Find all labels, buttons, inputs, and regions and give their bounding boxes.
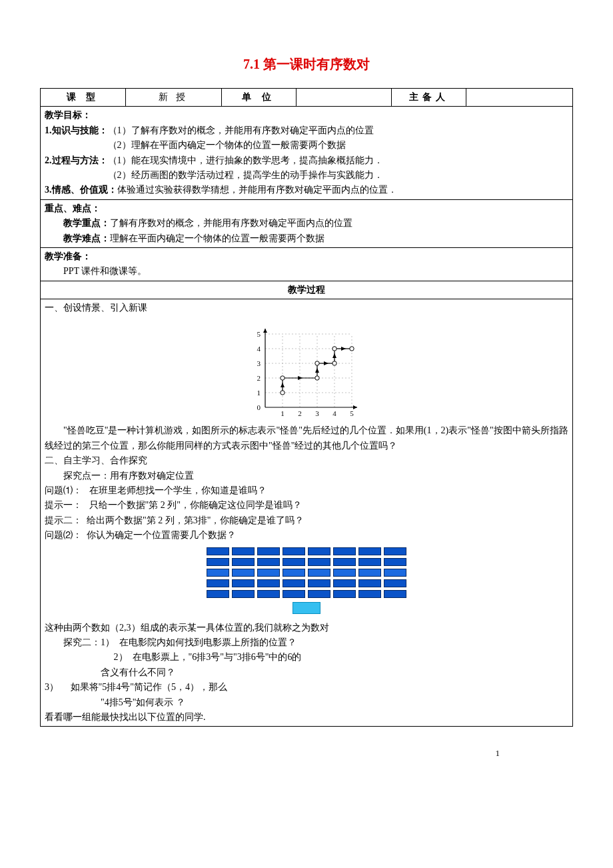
svg-text:4: 4 [257, 345, 261, 353]
svg-text:1: 1 [257, 389, 261, 397]
label-lesson-type: 课 型 [41, 89, 126, 107]
label-unit: 单 位 [221, 89, 296, 107]
seat-row [200, 547, 413, 555]
t2-2-text: 在电影票上，"6排3号"与"3排6号"中的6的 [133, 652, 302, 662]
svg-marker-36 [341, 347, 346, 351]
hint2-text: 给出两个数据"第 2 列，第3排"，你能确定是谁了吗？ [87, 515, 304, 525]
svg-point-37 [281, 391, 285, 395]
svg-text:2: 2 [257, 374, 261, 382]
seat [232, 558, 255, 566]
process-heading: 教学过程 [41, 281, 573, 299]
section-2-title: 二、自主学习、合作探究 [45, 453, 568, 468]
svg-point-39 [315, 376, 319, 380]
svg-point-38 [281, 376, 285, 380]
seat [333, 579, 356, 587]
svg-marker-32 [324, 361, 328, 365]
seat-row [200, 579, 413, 587]
seat [358, 579, 381, 587]
knowledge-label: 1.知识与技能： [45, 125, 108, 135]
seat [384, 547, 406, 555]
process-body: 一、创设情景、引入新课 12345012345 "怪兽吃豆"是一种计算机游戏，如… [41, 299, 573, 727]
prep-heading: 教学准备： [45, 251, 91, 261]
topic-1: 探究点一：用有序数对确定位置 [45, 469, 568, 483]
svg-marker-26 [281, 383, 285, 387]
t2-3-label: 3） [45, 682, 59, 692]
svg-text:5: 5 [257, 330, 261, 338]
seat [283, 547, 305, 555]
seat [384, 590, 406, 598]
seat [257, 569, 280, 577]
t2-1-label: 1） [101, 637, 115, 647]
seat [257, 558, 280, 566]
svg-point-42 [332, 347, 336, 351]
podium [293, 602, 320, 614]
seat [257, 579, 280, 587]
path-chart: 12345012345 [247, 321, 366, 421]
keypoint-text: 了解有序数对的概念，并能用有序数对确定平面内点的位置 [110, 218, 352, 228]
meta-row: 课 型 新 授 单 位 主备人 [41, 89, 573, 107]
seat-row [200, 558, 413, 566]
seat [308, 547, 330, 555]
t2-2b-text: 含义有什么不同？ [101, 667, 175, 677]
svg-marker-34 [332, 353, 336, 358]
seat [384, 579, 406, 587]
seat [207, 590, 229, 598]
seat [358, 558, 381, 566]
svg-text:5: 5 [350, 409, 354, 417]
svg-text:3: 3 [257, 359, 261, 367]
page-title: 7.1 第一课时有序数对 [40, 53, 573, 75]
conclusion-text: 这种由两个数如（2,3）组成的表示某一具体位置的,我们就称之为数对 [45, 621, 568, 635]
values-label: 3.情感、价值观： [45, 185, 117, 195]
svg-marker-30 [315, 368, 319, 373]
q2-text: 你认为确定一个位置需要几个数据？ [87, 530, 236, 540]
hint1-text: 只给一个数据"第 2 列"，你能确定这位同学是谁吗？ [89, 500, 302, 510]
svg-text:1: 1 [281, 409, 285, 417]
process-label: 2.过程与方法： [45, 155, 108, 165]
svg-text:0: 0 [257, 403, 261, 411]
seat [207, 569, 229, 577]
t2-3-text: 如果将"5排4号"简记作（5，4），那么 [71, 682, 227, 692]
svg-marker-13 [263, 329, 267, 333]
seat [283, 569, 305, 577]
t2-2-label: 2） [114, 652, 128, 662]
value-preparer [466, 89, 573, 107]
seat [358, 547, 381, 555]
seat [308, 569, 330, 577]
seat [257, 590, 280, 598]
svg-text:4: 4 [332, 409, 336, 417]
objectives-cell: 教学目标： 1.知识与技能：（1）了解有序数对的概念，并能用有序数对确定平面内点… [41, 107, 573, 199]
lesson-plan-table: 课 型 新 授 单 位 主备人 教学目标： 1.知识与技能：（1）了解有序数对的… [40, 88, 573, 727]
svg-text:3: 3 [315, 409, 319, 417]
seat [232, 579, 255, 587]
svg-point-40 [315, 361, 319, 365]
seat [283, 590, 305, 598]
q1-text: 在班里老师想找一个学生，你知道是谁吗？ [89, 485, 267, 495]
keypoints-heading: 重点、难点： [45, 203, 101, 213]
seat [358, 590, 381, 598]
seat [207, 547, 229, 555]
seat [283, 558, 305, 566]
seat [232, 590, 255, 598]
seat [308, 558, 330, 566]
page-number: 1 [40, 727, 573, 761]
seat [308, 579, 330, 587]
seat [358, 569, 381, 577]
difficulty-text: 理解在平面内确定一个物体的位置一般需要两个数据 [110, 233, 324, 243]
seat [333, 569, 356, 577]
hint1-label: 提示一： [45, 500, 82, 510]
paragraph-monster: "怪兽吃豆"是一种计算机游戏，如图所示的标志表示"怪兽"先后经过的几个位置．如果… [45, 423, 568, 453]
seat [257, 547, 280, 555]
knowledge-item-1: （1）了解有序数对的概念，并能用有序数对确定平面内点的位置 [108, 125, 374, 135]
seating-diagram [200, 547, 413, 598]
hint2-label: 提示二： [45, 515, 82, 525]
process-item-2: （2）经历画图的数学活动过程，提高学生的动手操作与实践能力． [108, 170, 383, 180]
seat [207, 579, 229, 587]
prep-cell: 教学准备： PPT 课件和微课等。 [41, 247, 573, 281]
label-preparer: 主备人 [392, 89, 466, 107]
seat [207, 558, 229, 566]
q2-label: 问题⑵： [45, 530, 82, 540]
prep-text: PPT 课件和微课等。 [45, 264, 568, 279]
seat [333, 558, 356, 566]
seat [333, 547, 356, 555]
difficulty-label: 教学难点： [63, 233, 110, 243]
